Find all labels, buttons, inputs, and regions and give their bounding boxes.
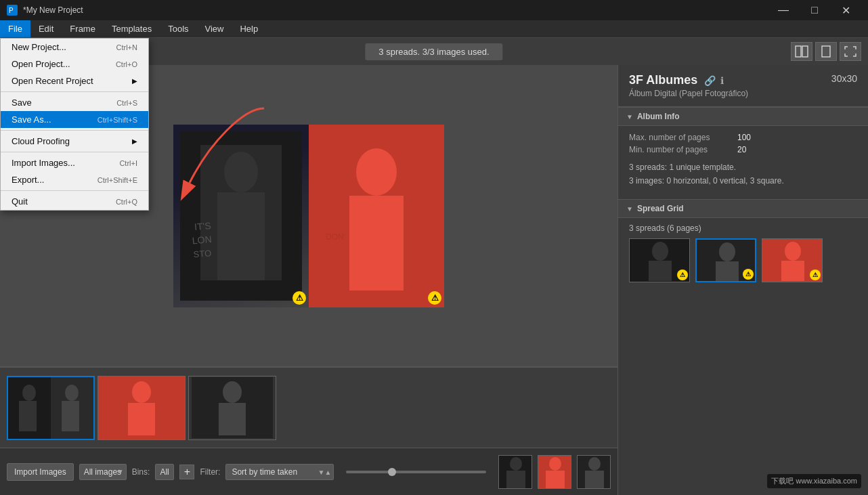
svg-rect-3	[802, 46, 808, 57]
menu-import-images-label: Import Images...	[12, 158, 75, 168]
view-spread-btn[interactable]	[791, 42, 812, 61]
menu-save-label: Save	[12, 98, 32, 108]
link-icon: 🔗	[704, 75, 716, 86]
thumb-1-left	[8, 377, 51, 439]
menu-frame-label: Frame	[70, 24, 95, 34]
menu-cloud-proofing-label: Cloud Proofing	[12, 136, 70, 146]
menu-new-project-shortcut: Ctrl+N	[116, 43, 137, 51]
maximize-button[interactable]: □	[799, 0, 830, 20]
menu-save-as-shortcut: Ctrl+Shift+S	[97, 116, 137, 124]
spread-grid-thumb-3-warning: ⚠	[810, 270, 821, 280]
menu-tools-label: Tools	[168, 24, 188, 34]
spread-grid-thumbnails: ⚠ ⚠ ⚠	[618, 238, 868, 289]
svg-rect-4	[822, 46, 830, 57]
svg-text:STO: STO	[193, 248, 212, 259]
svg-text:IT'S: IT'S	[329, 218, 345, 228]
menu-file[interactable]: File New Project... Ctrl+N Open Project.…	[0, 20, 30, 37]
svg-rect-2	[796, 46, 801, 57]
svg-point-28	[223, 381, 242, 403]
tray-thumb-1[interactable]	[498, 455, 532, 489]
bins-select[interactable]: All	[155, 464, 174, 480]
thumb-3-content	[189, 376, 276, 439]
menu-save-as[interactable]: Save As... Ctrl+Shift+S	[1, 111, 148, 128]
svg-rect-23	[62, 401, 79, 431]
min-pages-key: Min. number of pages	[629, 145, 737, 154]
window-title: *My New Project	[23, 5, 83, 15]
all-images-select[interactable]: All images	[79, 464, 127, 480]
view-fullscreen-btn[interactable]	[840, 42, 861, 61]
filter-sort-select[interactable]: Sort by time taken	[225, 464, 334, 480]
spread-grid-label: Spread Grid	[637, 204, 684, 213]
menu-new-project[interactable]: New Project... Ctrl+N	[1, 39, 148, 56]
svg-text:DON': DON'	[326, 232, 345, 242]
menu-tools[interactable]: Tools	[160, 20, 196, 37]
minimize-button[interactable]: —	[768, 0, 799, 20]
thumb-2-content	[98, 376, 185, 439]
menu-open-project-shortcut: Ctrl+O	[116, 60, 137, 68]
menu-templates-label: Templates	[112, 24, 152, 34]
spread-grid-section-header[interactable]: ▼ Spread Grid	[618, 199, 868, 218]
thumb-spread-1[interactable]	[7, 376, 95, 440]
spread-grid-thumb-3[interactable]: ⚠	[762, 238, 823, 282]
open-recent-arrow-icon: ▶	[132, 77, 137, 85]
spread-page-left[interactable]: IT'S LON STO ⚠	[173, 125, 309, 307]
svg-text:IT'S: IT'S	[194, 219, 211, 232]
spread-right-photo: IT'S DON'	[309, 125, 444, 307]
svg-point-46	[785, 242, 801, 261]
menu-view[interactable]: View	[197, 20, 232, 37]
thumb-spread-2[interactable]	[97, 376, 186, 440]
svg-point-7	[224, 152, 258, 192]
thumb-spread-3[interactable]	[188, 376, 276, 440]
menu-new-project-label: New Project...	[12, 42, 66, 52]
menu-quit-label: Quit	[12, 196, 28, 207]
menu-cloud-proofing[interactable]: Cloud Proofing ▶	[1, 133, 148, 150]
info-icon: ℹ	[720, 75, 724, 86]
svg-rect-26	[128, 403, 155, 435]
album-info-section-header[interactable]: ▼ Album Info	[618, 107, 868, 126]
album-info-chevron-icon: ▼	[626, 113, 633, 121]
svg-rect-14	[349, 196, 404, 290]
menu-bar: File New Project... Ctrl+N Open Project.…	[0, 20, 868, 38]
svg-text:LON: LON	[192, 233, 212, 245]
bins-select-wrapper: All	[155, 464, 174, 480]
separator-1	[1, 91, 148, 92]
svg-rect-32	[506, 471, 525, 488]
menu-open-project[interactable]: Open Project... Ctrl+O	[1, 56, 148, 72]
album-info-label: Album Info	[637, 112, 680, 121]
tray-thumb-2[interactable]	[538, 455, 571, 489]
spread-count: 3 spreads: 1 unique template.	[629, 163, 857, 172]
title-bar-left: P *My New Project	[7, 5, 83, 16]
add-bin-button[interactable]: +	[179, 465, 194, 479]
max-pages-row: Max. number of pages 100	[629, 133, 857, 142]
import-images-button[interactable]: Import Images	[7, 463, 74, 481]
tray-thumb-3[interactable]	[577, 455, 611, 489]
spread-grid-thumb-1[interactable]: ⚠	[629, 238, 690, 282]
menu-quit[interactable]: Quit Ctrl+Q	[1, 193, 148, 210]
spread-grid-thumb-2[interactable]: ⚠	[695, 238, 756, 282]
menu-frame[interactable]: Frame	[62, 20, 104, 37]
close-button[interactable]: ✕	[830, 0, 861, 20]
zoom-slider-thumb[interactable]	[388, 468, 396, 476]
menu-import-images[interactable]: Import Images... Ctrl+I	[1, 154, 148, 171]
spread-grid-thumb-2-warning: ⚠	[743, 269, 754, 280]
svg-point-25	[132, 381, 151, 403]
status-badge: 3 spreads. 3/3 images used.	[365, 43, 502, 60]
all-images-select-wrapper: All images ▼	[79, 464, 127, 480]
svg-point-13	[356, 148, 397, 196]
menu-export[interactable]: Export... Ctrl+Shift+E	[1, 171, 148, 188]
menu-edit[interactable]: Edit	[30, 20, 62, 37]
app-icon: P	[7, 5, 18, 16]
svg-point-40	[652, 242, 668, 261]
menu-save-shortcut: Ctrl+S	[116, 99, 137, 107]
zoom-slider-track	[346, 471, 486, 473]
title-bar: P *My New Project — □ ✕	[0, 0, 868, 20]
spread-page-right[interactable]: IT'S DON' ⚠	[309, 125, 444, 307]
min-pages-row: Min. number of pages 20	[629, 145, 857, 154]
menu-save[interactable]: Save Ctrl+S	[1, 94, 148, 111]
menu-help[interactable]: Help	[232, 20, 266, 37]
menu-templates[interactable]: Templates	[104, 20, 160, 37]
spread-right-warning: ⚠	[428, 291, 441, 305]
menu-file-label: File	[8, 24, 22, 34]
menu-open-recent[interactable]: Open Recent Project ▶	[1, 72, 148, 89]
view-single-btn[interactable]	[815, 42, 837, 61]
